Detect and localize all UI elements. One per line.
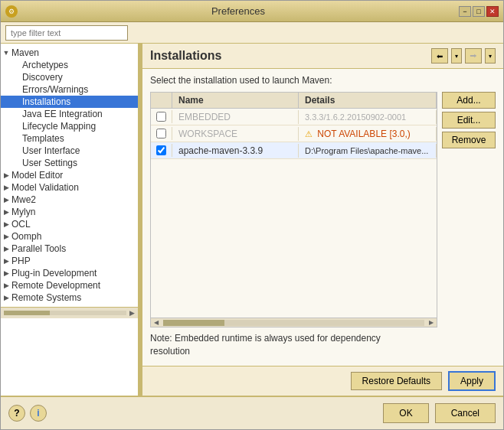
sidebar-label-user-interface: User Interface [22,145,83,156]
expand-arrow-mylyn: ▶ [1,208,11,216]
table-scrollbar[interactable]: ◀ ▶ [151,318,437,327]
sidebar-item-plugin-dev[interactable]: ▶ Plug-in Development [1,267,138,279]
nav-forward-button[interactable]: ⮕ [465,48,482,64]
expand-arrow-ocl: ▶ [1,220,11,228]
sidebar-scroll-arrow[interactable]: ▶ [129,309,135,317]
sidebar-item-archetypes[interactable]: Archetypes [1,59,138,71]
ok-button[interactable]: OK [383,403,428,423]
search-input[interactable] [5,25,128,41]
sidebar-item-errors-warnings[interactable]: Errors/Warnings [1,83,138,96]
row-apache-checkbox[interactable] [156,145,166,155]
sidebar-item-oomph[interactable]: ▶ Oomph [1,230,138,243]
row-embedded-checkbox-cell[interactable] [151,110,172,123]
col-header-check [151,93,172,108]
sidebar-item-discovery[interactable]: Discovery [1,71,138,83]
sidebar-item-templates[interactable]: Templates [1,132,138,145]
expand-arrow-oomph: ▶ [1,233,11,240]
sidebar-item-parallel-tools[interactable]: ▶ Parallel Tools [1,243,138,255]
toolbar [1,22,503,44]
nav-back-button[interactable]: ⬅ [431,48,448,64]
sidebar-item-lifecycle[interactable]: Lifecycle Mapping [1,120,138,132]
sidebar-label-mwe2: Mwe2 [11,194,39,205]
sidebar-label-user-settings: User Settings [22,158,80,168]
sidebar-scroll-thumb [4,311,50,315]
titlebar: ⚙ Preferences − □ ✕ [1,1,503,22]
row-embedded-details: 3.3.3/1.6.2.20150902-0001 [299,110,437,124]
expand-arrow-model-editor: ▶ [1,171,11,179]
sidebar-label-archetypes: Archetypes [22,60,71,70]
remove-button[interactable]: Remove [442,132,496,148]
sidebar-item-user-settings[interactable]: User Settings [1,157,138,169]
sidebar-label-oomph: Oomph [11,231,44,242]
sidebar-item-php[interactable]: ▶ PHP [1,255,138,267]
panel-nav: ⬅ ▾ ⮕ ▾ [431,48,496,64]
sidebar-label-discovery: Discovery [22,72,66,83]
sidebar-label-installations: Installations [22,96,74,107]
maximize-button[interactable]: □ [473,6,485,17]
sidebar-item-model-validation[interactable]: ▶ Model Validation [1,181,138,194]
sidebar-label-templates: Templates [22,133,67,144]
apply-button[interactable]: Apply [448,371,496,391]
col-header-name: Name [172,93,299,108]
sidebar-scrollbar[interactable]: ▶ [1,307,138,318]
panel-header: Installations ⬅ ▾ ⮕ ▾ [142,44,503,69]
window-controls: − □ ✕ [459,6,499,17]
panel-title: Installations [150,49,221,63]
panel-description: Select the installation used to launch M… [150,75,496,86]
sidebar-label-errors-warnings: Errors/Warnings [22,84,91,95]
row-embedded-checkbox[interactable] [156,112,166,122]
table-row[interactable]: apache-maven-3.3.9 D:\Program Files\apac… [151,142,437,159]
warning-icon: ⚠ [305,129,313,138]
sidebar-item-remote-dev[interactable]: ▶ Remote Development [1,279,138,292]
sidebar-item-ocl[interactable]: ▶ OCL [1,218,138,230]
sidebar-item-user-interface[interactable]: User Interface [1,145,138,157]
sidebar-label-lifecycle: Lifecycle Mapping [22,121,99,132]
row-workspace-checkbox[interactable] [156,129,166,138]
sidebar-label-remote-systems: Remote Systems [11,292,84,303]
row-workspace-checkbox-cell[interactable] [151,127,172,140]
row-apache-checkbox-cell[interactable] [151,144,172,157]
restore-defaults-button[interactable]: Restore Defaults [351,372,442,390]
close-button[interactable]: ✕ [486,6,499,17]
info-button[interactable]: i [30,405,47,422]
note-section: Note: Embedded runtime is always used fo… [150,327,496,360]
scrollbar-track[interactable] [163,320,424,326]
edit-button[interactable]: Edit... [442,112,496,129]
titlebar-icon: ⚙ [5,5,18,18]
sidebar-item-mylyn[interactable]: ▶ Mylyn [1,206,138,218]
add-button[interactable]: Add... [442,92,496,109]
sidebar-item-model-editor[interactable]: ▶ Model Editor [1,169,138,181]
sidebar-label-parallel-tools: Parallel Tools [11,243,69,254]
sidebar-label-remote-dev: Remote Development [11,280,103,291]
installations-area: Name Details EMBEDDED [150,92,496,327]
table-header: Name Details [151,93,437,109]
sidebar-item-mwe2[interactable]: ▶ Mwe2 [1,194,138,206]
panel-body: Select the installation used to launch M… [142,69,503,366]
window-title: Preferences [18,5,459,17]
col-header-details: Details [299,93,437,108]
scroll-left-arrow[interactable]: ◀ [151,318,162,327]
sidebar-item-remote-systems[interactable]: ▶ Remote Systems [1,292,138,304]
help-button[interactable]: ? [8,405,25,422]
side-buttons: Add... Edit... Remove [437,92,496,327]
table-row[interactable]: WORKSPACE ⚠ NOT AVAILABLE [3.0,) [151,125,437,142]
sidebar-label-model-editor: Model Editor [11,170,66,181]
minimize-button[interactable]: − [459,6,471,17]
row-embedded-name: EMBEDDED [172,110,299,124]
right-panel: Installations ⬅ ▾ ⮕ ▾ Select the install… [142,44,503,396]
nav-forward-dropdown[interactable]: ▾ [485,48,496,64]
scroll-right-arrow[interactable]: ▶ [426,318,437,327]
sidebar-label-mylyn: Mylyn [11,207,38,217]
bottom-right: OK Cancel [383,403,496,423]
expand-arrow-plugin-dev: ▶ [1,269,11,277]
bottom-bar: ? i OK Cancel [1,396,503,429]
sidebar-item-installations[interactable]: Installations [1,96,138,108]
row-apache-name: apache-maven-3.3.9 [172,144,299,158]
sidebar-item-java-ee[interactable]: Java EE Integration [1,108,138,120]
cancel-button[interactable]: Cancel [435,403,496,423]
sidebar-item-maven[interactable]: ▼ Maven [1,47,138,59]
table-row[interactable]: EMBEDDED 3.3.3/1.6.2.20150902-0001 [151,109,437,125]
note-text: Note: Embedded runtime is always used fo… [150,333,381,357]
sidebar-label-java-ee: Java EE Integration [22,109,106,119]
nav-back-dropdown[interactable]: ▾ [451,48,462,64]
